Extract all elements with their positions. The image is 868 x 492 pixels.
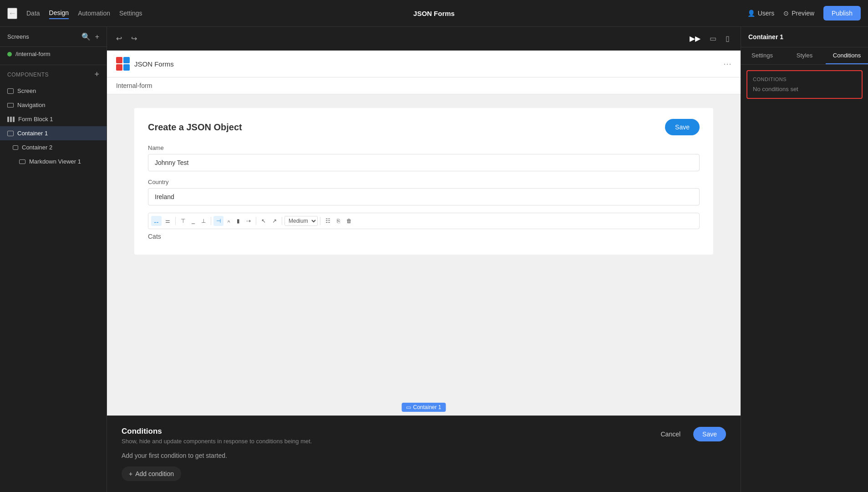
desktop-view-btn[interactable]: ▶▶ (686, 32, 704, 45)
tb-sep4 (282, 217, 282, 225)
conditions-panel: Conditions Show, hide and update compone… (107, 415, 741, 492)
redo-btn[interactable]: ↪ (129, 32, 139, 45)
conditions-subtitle: Show, hide and update components in resp… (122, 438, 312, 445)
app-bar: JSON Forms ⋯ (107, 51, 741, 77)
center-area: ↩ ↪ ▶▶ ▭ ▯ (107, 27, 741, 492)
logo-red (116, 57, 122, 63)
size-select[interactable]: Small Medium Large (284, 216, 318, 226)
nav-right: 👤 Users ⊙ Preview Publish (747, 6, 861, 20)
tb-col3-btn[interactable]: ⚋ (151, 216, 162, 226)
conditions-actions: Cancel Save (653, 427, 726, 441)
canvas-toolbar: ↩ ↪ ▶▶ ▭ ▯ (107, 27, 741, 51)
canvas-upper: JSON Forms ⋯ Internal-form Create a JSON… (107, 51, 741, 415)
mobile-view-btn[interactable]: ▯ (722, 32, 733, 45)
name-input[interactable] (148, 154, 700, 171)
tb-sep1 (175, 217, 176, 225)
tb-shrink-btn[interactable]: ↗ (269, 216, 279, 226)
tb-grid-btn[interactable]: ☷ (323, 216, 333, 226)
container-icon-small: ▭ (406, 404, 411, 410)
screen-active-dot (7, 52, 12, 56)
users-icon: 👤 (747, 10, 755, 17)
conditions-info: Conditions Show, hide and update compone… (122, 427, 312, 445)
container-badge: ▭ Container 1 (401, 403, 446, 412)
add-component-btn[interactable]: + (94, 70, 99, 79)
form-title-row: Create a JSON Object Save (148, 119, 700, 135)
container2-icon (13, 145, 18, 150)
tb-distribute-btn[interactable]: ⇢ (244, 216, 254, 226)
tb-col2-btn[interactable]: ⚌ (162, 216, 173, 226)
component-container1[interactable]: Container 1 (0, 126, 107, 140)
grid-icon[interactable]: ⋯ (723, 59, 731, 69)
add-first-condition-text: Add your first condition to get started. (122, 452, 726, 459)
cancel-conditions-btn[interactable]: Cancel (653, 427, 688, 441)
tb-align-center-btn[interactable]: ⍲ (224, 216, 233, 226)
rs-tabs: Settings Styles Conditions (741, 47, 868, 65)
component-container2[interactable]: Container 2 (0, 140, 107, 154)
plus-icon: + (129, 470, 132, 477)
form-toolbar: ⚋ ⚌ ⊤ ⎯ ⊥ ⊣ ⍲ ▮ ⇢ ↖ (148, 213, 700, 229)
logo-blue (123, 57, 130, 63)
rs-tab-styles[interactable]: Styles (783, 47, 826, 64)
app-logo: JSON Forms (116, 57, 174, 71)
screens-header: Screens 🔍 + (0, 27, 107, 47)
app-title: JSON Forms (413, 10, 455, 17)
field-label-country: Country (148, 179, 700, 185)
tb-bar-chart-btn[interactable]: ▮ (234, 216, 243, 226)
canvas-subtitle: Internal-form (107, 77, 741, 94)
undo-btn[interactable]: ↩ (114, 32, 124, 45)
view-toggle: ▶▶ ▭ ▯ (686, 32, 733, 45)
rs-component-title: Container 1 (741, 27, 868, 47)
tb-align-top-btn[interactable]: ⊤ (178, 216, 188, 226)
tb-copy-btn[interactable]: ⎘ (334, 216, 343, 226)
preview-icon: ⊙ (783, 10, 789, 17)
logo-blue2 (123, 64, 130, 71)
markdown-icon (19, 159, 25, 164)
preview-button[interactable]: ⊙ Preview (783, 10, 814, 17)
left-sidebar: Screens 🔍 + /internal-form Components + … (0, 27, 107, 492)
tab-automation[interactable]: Automation (78, 8, 110, 19)
add-screen-btn[interactable]: + (95, 32, 99, 41)
component-form-block[interactable]: Form Block 1 (0, 112, 107, 126)
tb-align-mid-btn[interactable]: ⎯ (189, 216, 198, 226)
tb-sep3 (256, 217, 256, 225)
rs-tab-conditions[interactable]: Conditions (826, 47, 868, 64)
tb-align-left-btn[interactable]: ⊣ (213, 216, 223, 226)
rs-conditions-area: CONDITIONS No conditions set (741, 65, 868, 104)
conditions-highlight-box: CONDITIONS No conditions set (746, 70, 863, 99)
tb-align-bot-btn[interactable]: ⊥ (198, 216, 208, 226)
screen-item-internal-form[interactable]: /internal-form (0, 47, 107, 61)
tablet-view-btn[interactable]: ▭ (706, 32, 720, 45)
component-navigation[interactable]: Navigation (0, 98, 107, 112)
navigation-icon (7, 103, 14, 108)
component-screen[interactable]: Screen (0, 84, 107, 98)
canvas-form-area: Create a JSON Object Save Name Country ⚋… (107, 94, 741, 268)
tb-sep5 (320, 217, 320, 225)
conditions-header: Conditions Show, hide and update compone… (122, 427, 726, 445)
conditions-title: Conditions (122, 427, 312, 436)
country-input[interactable] (148, 188, 700, 205)
search-icon-btn[interactable]: 🔍 (81, 32, 91, 41)
conditions-box-label: CONDITIONS (753, 77, 856, 82)
tab-design[interactable]: Design (49, 7, 69, 19)
right-sidebar: Container 1 Settings Styles Conditions C… (741, 27, 868, 492)
tb-expand-btn[interactable]: ↖ (259, 216, 269, 226)
top-nav: ← Data Design Automation Settings JSON F… (0, 0, 868, 27)
publish-button[interactable]: Publish (823, 6, 861, 20)
component-markdown[interactable]: Markdown Viewer 1 (0, 154, 107, 169)
nav-left: ← Data Design Automation Settings (7, 7, 142, 19)
form-card: Create a JSON Object Save Name Country ⚋… (134, 108, 713, 255)
tb-sep2 (211, 217, 211, 225)
rs-tab-settings[interactable]: Settings (741, 47, 783, 64)
tab-data[interactable]: Data (26, 8, 40, 19)
no-conditions-text: No conditions set (753, 86, 856, 92)
tab-settings[interactable]: Settings (119, 8, 142, 19)
form-canvas: JSON Forms ⋯ Internal-form Create a JSON… (107, 51, 741, 415)
back-button[interactable]: ← (7, 8, 17, 19)
save-conditions-btn[interactable]: Save (693, 427, 726, 441)
add-condition-btn[interactable]: + Add condition (122, 466, 181, 481)
form-icon (7, 117, 15, 122)
container-icon (7, 131, 14, 136)
form-save-btn[interactable]: Save (665, 119, 700, 135)
users-button[interactable]: 👤 Users (747, 10, 775, 17)
tb-delete-btn[interactable]: 🗑 (344, 216, 355, 226)
